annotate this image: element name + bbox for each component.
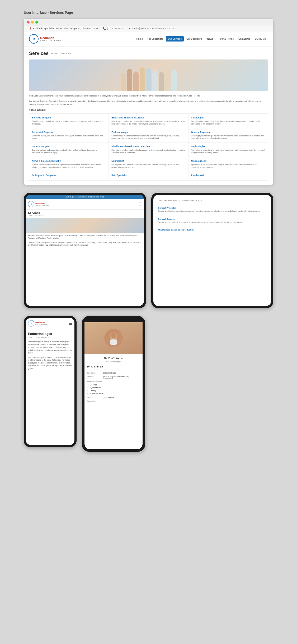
hamburger-menu-endo[interactable]: ☰ [69,321,72,325]
check-icon-2: ✓ [87,387,89,389]
expertise-list: ✓ Diabetes ✓ Hypertension ✓ Obesity [87,384,140,395]
mobile-bread-sep: › [34,215,34,217]
service-bariatric[interactable]: Bariatric Surgeon Bariatric surgery incl… [29,114,109,128]
browser-dot-minimize[interactable] [31,21,34,24]
service-title-gs: General Surgeon [32,145,106,148]
expertise-obesity: ✓ Obesity [87,389,140,392]
service-desc-gp: General physicians are specialists who o… [191,135,265,140]
service-neuro[interactable]: Neurologist For diagnosis and treatment … [109,157,188,171]
expertise-item-3: Obesity [90,390,96,392]
breadcrumb: HOME › SERVICES [51,52,71,55]
nav-covid19[interactable]: COVID-19 [253,36,268,42]
service-title-breast: Breast and Endocrine Surgeon [111,116,185,119]
mobile-logo-left[interactable]: R Redlands SPECIALIST CENTRE [28,201,49,207]
mobile-nav-endo: R Redlands SPECIALIST CENTRE ☰ [26,318,74,329]
endo-desc-1: Endocrinology is a branch of medicine de… [28,341,72,355]
doctor-photo [84,322,143,354]
services-grid: Bariatric Surgeon Bariatric surgery incl… [29,113,268,181]
nav-our-services[interactable]: Our Services [166,36,184,42]
browser-dot-expand[interactable] [35,21,38,24]
doctor-name-2: Dr Yu-Chin Lo [87,365,140,370]
service-mindfulness[interactable]: Mindfulness-based stress reduction Mindf… [109,142,188,157]
service-gs[interactable]: General Surgeon Examine patients and rev… [29,142,109,157]
degree-label: Degrees [87,375,103,379]
hamburger-menu-left[interactable]: ☰ [138,202,142,206]
expertise-item-4: Thyroid diseases [90,393,104,394]
service-cardio[interactable]: Cardiologist Cardiology is a branch of m… [188,114,268,128]
page-main-title: Services [29,51,49,56]
page-label: User Interface - Services Page [0,0,297,19]
mobile-sli-gs[interactable]: General Surgeon Examine patients and rev… [155,216,269,226]
service-title-cardio: Cardiologist [191,116,265,119]
person-4 [140,67,145,91]
person-1 [121,73,126,91]
service-desc-colorectal: Colorectal surgery is a field in medicin… [32,135,106,140]
service-psych[interactable]: Psychiatrist [188,171,268,180]
mobile-screen-left: COVID 19 ... consultations available rea… [26,195,144,306]
mobile-bread-home[interactable]: HOME [28,215,33,217]
logo-text: Redlands SPECIALIST CENTRE [40,36,61,42]
nav-for-specialists[interactable]: For Specialists [145,36,165,42]
mobile-about2-left: Our aim at Redlands Specialist Centre is… [26,241,144,246]
breadcrumb-services: SERVICES [60,52,71,55]
mobile-sli-mind[interactable]: Mindfulness-based stress reduction [155,227,269,234]
service-desc-nephro: Nephrology is a speciality of medicine a… [191,149,265,154]
service-colorectal[interactable]: Colorectal Surgeon Colorectal surgery is… [29,128,109,142]
mobile-sli-title-mind: Mindfulness-based stress reduction [158,229,267,231]
service-desc-breast: Breast surgery includes removal of breas… [111,120,185,125]
person-8 [165,71,170,91]
service-gp[interactable]: General Physician General physicians are… [188,128,268,142]
check-icon-3: ✓ [87,389,89,392]
nav-referral-forms[interactable]: Referral Forms [216,36,236,42]
breadcrumb-home[interactable]: HOME [51,52,58,55]
svg-rect-2 [110,339,117,345]
nav-contact-us[interactable]: Contact Us [236,36,252,42]
nav-our-specialists[interactable]: Our Specialists [184,36,205,42]
browser-dot-close[interactable] [27,21,30,24]
doctor-name: Dr Yu-Chin Lo [87,357,140,360]
mobile-services-list: organs such as the thyroid, parathyroid … [153,195,271,237]
service-title-gp: General Physician [191,131,265,134]
service-title-ortho: Orthopaedic Surgeons [32,174,106,177]
browser-frame: Redlands Specialist Centre 19/16 Weippin… [24,19,273,185]
service-ortho[interactable]: Orthopaedic Surgeons [29,171,109,180]
service-neurosurg[interactable]: Neurosurgeon Specialises in the diagnosi… [188,157,268,171]
topbar-phone: (07) 3193 5412 [103,27,123,30]
doctor-profile: Dr Yu-Chin Lo Endocrinologist Dr Yu-Chin… [84,322,143,406]
service-endo[interactable]: Endocrinologist Endocrinology is a branc… [109,128,188,142]
doctor-avatar-svg [108,332,119,345]
service-desc-gs: Examine patients and review their medica… [32,149,106,154]
nav-news[interactable]: News [205,36,215,42]
specialty-label: Speciality [87,372,103,374]
doctor-specialty-row: Speciality Endocrinologist [87,372,140,374]
endo-bread-home[interactable]: HOME [28,337,33,338]
hero-image [29,59,268,91]
endo-page-title: Endocrinologist [28,332,72,336]
mobile-sli-1[interactable]: organs such as the thyroid, parathyroid … [155,197,269,204]
mobile-covid-banner[interactable]: COVID 19 ... consultations available rea… [26,195,144,199]
person-9 [171,70,177,91]
service-nephro[interactable]: Nephrologist Nephrology is a speciality … [188,142,268,157]
mobile-logo-endo[interactable]: R Redlands SPECIALIST CENTRE [28,320,49,326]
mobile-nav-left: R Redlands SPECIALIST CENTRE ☰ [26,199,144,210]
nav-home[interactable]: Home [134,36,145,42]
expertise-item-1: Diabetes [90,384,97,386]
service-title-neuro: Neurologist [111,160,185,162]
phone-icon [103,27,106,30]
service-breast[interactable]: Breast and Endocrine Surgeon Breast surg… [109,114,188,128]
service-nerve[interactable]: Nerve & Electromyography A nerve conduct… [29,157,109,171]
service-title-pain: Pain Specialist [111,174,185,177]
mobile-sli-gp[interactable]: General Physician General physicians are… [155,205,269,214]
mobile-about-left: Redlands Specialist Centre is a multidis… [26,234,144,240]
label-prefix: User Interface [24,11,47,15]
doctor-specialty-display: Endocrinologist [87,360,140,363]
site-logo[interactable]: R Redlands SPECIALIST CENTRE [29,34,61,44]
service-desc-nerve: A nerve conduction study detects a probl… [32,163,106,169]
phone-value: 07 3193 5445 [103,397,140,399]
site-navigation: R Redlands SPECIALIST CENTRE Home For Sp… [24,31,273,47]
service-title-psych: Psychiatrist [191,174,265,177]
logo-circle: R [29,34,39,44]
service-pain[interactable]: Pain Specialist [109,171,188,180]
person-5 [146,68,151,91]
service-desc-neurosurg: Specialises in the diagnosis and surgica… [191,163,265,169]
